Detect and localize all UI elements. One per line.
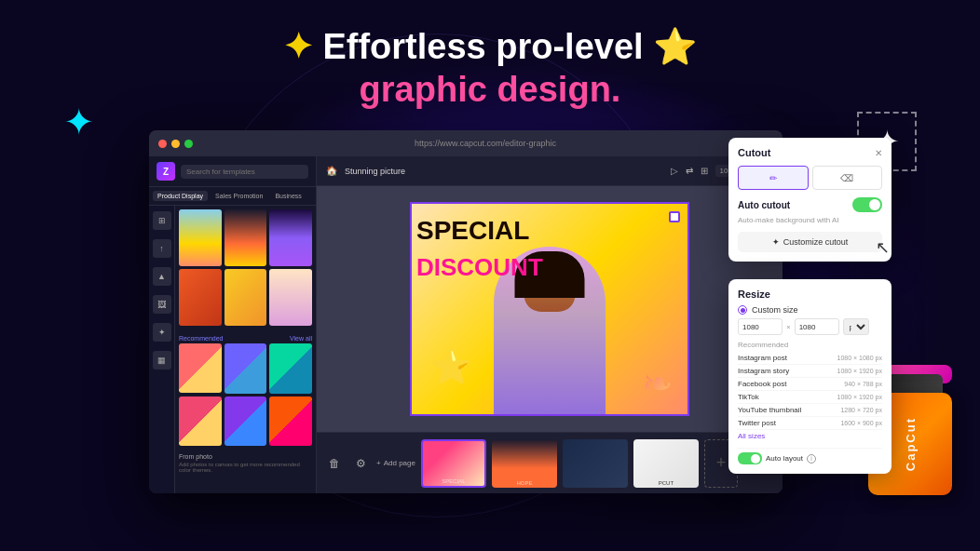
auto-cutout-toggle[interactable] [852,197,882,212]
icon-shapes[interactable]: ▲ [153,267,171,286]
template-purple[interactable] [269,209,312,266]
sidebar-tab-product[interactable]: Product Display [153,191,208,201]
icon-frames[interactable]: ▦ [153,351,171,370]
headline-text1: Effortless pro-level [322,27,643,66]
resize-item-size: 1280 × 720 px [840,407,882,413]
icon-templates[interactable]: ⊞ [153,211,171,230]
flip-btn[interactable]: ⇄ [686,166,693,176]
template-hope[interactable] [225,209,267,266]
app-window: https://www.capcut.com/editor-graphic Z … [149,130,783,493]
recommended-sizes-label: Recommended [738,341,882,349]
color-card-3[interactable] [269,343,312,394]
headline-text2: graphic design [360,70,611,109]
recommended-section-label: Recommended View all [179,331,312,343]
auto-layout-toggle[interactable] [738,452,762,464]
resize-item-name: Instagram post [738,354,787,362]
sidebar-header: Z [149,156,316,187]
template-person[interactable] [269,269,312,326]
grid-btn[interactable]: ⊞ [701,166,708,176]
cutout-panel: Cutout ✕ ✏ ⌫ Auto cutout Auto-make backg… [728,138,892,262]
delete-icon[interactable]: 🗑 [324,453,345,474]
maximize-window-button[interactable] [184,140,193,148]
auto-cutout-sub: Auto-make background with AI [738,216,882,224]
canvas-text-discount: DISCOUNT [416,255,543,279]
thumbnail-4-label: PCUT [633,480,699,486]
sidebar-icons: ⊞ ↑ ▲ 🖼 ✦ ▦ [149,206,175,493]
thumbnail-1-label: SPECIAL [423,478,484,484]
thumbnail-3[interactable] [563,439,628,488]
add-page-label: Add page [384,459,415,467]
play-btn[interactable]: ▷ [671,166,678,176]
resize-item-facebook-post[interactable]: Facebook post 940 × 788 px [738,378,882,391]
resize-item-youtube[interactable]: YouTube thumbnail 1280 × 720 px [738,404,882,417]
canvas-main[interactable]: SPECIAL DISCOUNT ⭐ ❧ [317,186,783,432]
url-bar[interactable]: https://www.capcut.com/editor-graphic [197,139,773,148]
cutout-tab-eraser[interactable]: ⌫ [812,166,883,190]
color-card-6[interactable] [269,396,312,447]
cursor-indicator: ↖ [876,237,890,258]
color-cards-grid [179,343,312,446]
resize-all-sizes[interactable]: All sizes [738,430,882,442]
resize-item-name: TikTok [738,393,759,401]
resize-item-twitter[interactable]: Twitter post 1600 × 900 px [738,417,882,430]
color-card-2[interactable] [225,343,267,394]
thumbnail-1[interactable]: SPECIAL [421,439,486,488]
sidebar-tab-business[interactable]: Business [270,191,306,201]
template-t7[interactable] [179,269,222,326]
close-window-button[interactable] [158,140,167,148]
canvas-toolbar: 🏠 Stunning picture ▷ ⇄ ⊞ 100% ↺ ↻ [317,156,783,186]
resize-item-size: 940 × 788 px [844,381,882,387]
minimize-window-button[interactable] [171,140,180,148]
deco-star-emoji: ⭐ [644,27,698,66]
resize-item-name: Twitter post [738,419,776,427]
auto-cutout-label: Auto cutout [738,200,790,210]
template-img-pet-spa [179,209,222,266]
info-icon[interactable]: i [807,454,816,464]
settings-icon[interactable]: ⚙ [350,453,371,474]
star-decoration: ⭐ [430,347,472,386]
resize-item-name: Instagram story [738,367,789,375]
custom-size-option[interactable]: Custom size [738,305,882,315]
cutout-panel-header: Cutout ✕ [738,147,882,158]
resize-width-input[interactable] [738,318,783,335]
resize-title: Resize [738,289,882,300]
customize-cutout-button[interactable]: ✦ Customize cutout ↖ [738,232,882,252]
selection-handle[interactable] [669,211,680,222]
sidebar-tab-sales[interactable]: Sales Promotion [211,191,267,201]
app-logo: Z [157,162,175,181]
recommended-label: Recommended [179,335,223,342]
template-t8[interactable] [225,269,267,326]
canvas-bottom-strip: 🗑 ⚙ + Add page SPECIAL HOPE PCUT [317,432,783,493]
from-photo-label: From photo [179,450,312,462]
customize-label: Customize cutout [783,237,849,247]
resize-unit-select[interactable]: px % [843,318,869,335]
color-card-5[interactable] [225,396,267,447]
resize-item-instagram-story[interactable]: Instagram story 1080 × 1920 px [738,365,882,378]
add-page-button[interactable]: + Add page [376,459,415,467]
resize-height-input[interactable] [795,318,839,335]
window-titlebar: https://www.capcut.com/editor-graphic [149,130,783,156]
template-pet-spa[interactable] [179,209,222,266]
color-card-1[interactable] [179,343,222,394]
swirl-decoration: ❧ [642,362,674,405]
icon-images[interactable]: 🖼 [153,295,171,314]
canister-brand: CapCut [904,417,918,471]
resize-item-tiktok[interactable]: TikTok 1080 × 1920 px [738,391,882,404]
cutout-close-button[interactable]: ✕ [875,148,882,158]
thumbnail-4[interactable]: PCUT [633,439,699,488]
cutout-title: Cutout [738,147,770,158]
icon-upload[interactable]: ↑ [153,239,171,258]
thumbnail-2[interactable]: HOPE [492,439,557,488]
cutout-tab-pencil[interactable]: ✏ [738,166,809,190]
design-canvas: SPECIAL DISCOUNT ⭐ ❧ [410,202,689,416]
resize-item-instagram-post[interactable]: Instagram post 1080 × 1080 px [738,352,882,365]
view-all-link[interactable]: View all [290,335,312,342]
cutout-tabs: ✏ ⌫ [738,166,882,190]
search-input[interactable] [181,165,308,179]
window-body: Z Product Display Sales Promotion Busine… [149,156,783,493]
thumbnail-2-label: HOPE [492,480,557,486]
icon-stickers[interactable]: ✦ [153,323,171,342]
custom-size-radio[interactable] [738,305,747,315]
color-card-4[interactable] [179,396,222,447]
all-sizes-label: All sizes [738,432,765,440]
